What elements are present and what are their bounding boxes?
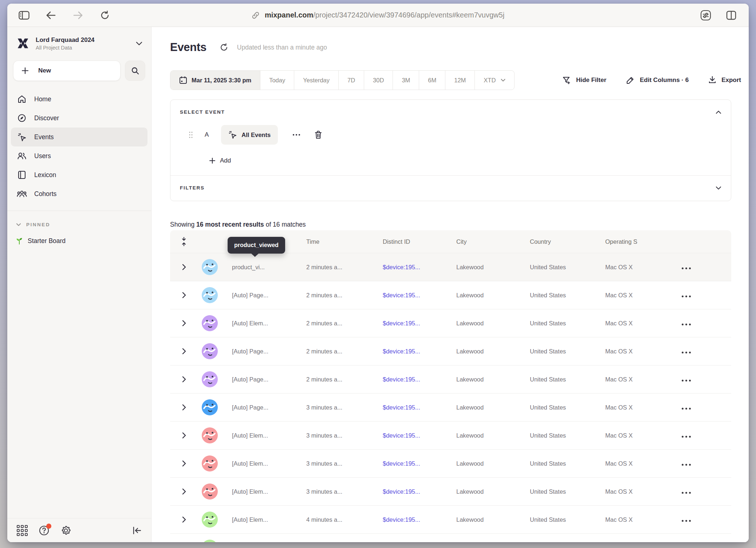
chevron-down-icon[interactable]	[716, 186, 721, 190]
settings-gear-icon[interactable]	[60, 525, 71, 536]
collapse-sidebar-icon[interactable]	[132, 526, 142, 535]
event-name[interactable]: [Auto] Elem...	[222, 460, 296, 467]
event-name[interactable]: [Auto] Elem...	[222, 320, 296, 327]
row-expand-icon[interactable]	[182, 376, 186, 383]
range-12m[interactable]: 12M	[445, 71, 475, 90]
trash-icon[interactable]	[314, 130, 322, 139]
distinct-id-link[interactable]: $device:195...	[373, 348, 446, 355]
table-row[interactable]: [Auto] Page... 2 minutes a... $device:19…	[170, 365, 731, 393]
row-more-button[interactable]	[682, 352, 691, 353]
table-row[interactable]: [Auto] Page... 3 minutes a... $device:19…	[170, 393, 731, 421]
distinct-id-link[interactable]: $device:195...	[373, 264, 446, 271]
distinct-id-link[interactable]: $device:195...	[373, 320, 446, 327]
column-country[interactable]: Country	[520, 238, 595, 245]
table-row[interactable]: [Auto] Elem... 3 minutes a... $device:19…	[170, 477, 731, 505]
event-name[interactable]: product_vi...	[222, 264, 296, 271]
sidebar-item-events[interactable]: Events	[11, 128, 147, 146]
range-yesterday[interactable]: Yesterday	[294, 71, 338, 90]
row-expand-icon[interactable]	[182, 432, 186, 439]
os-value: Mac OS X	[595, 404, 663, 411]
row-expand-icon[interactable]	[182, 460, 186, 467]
workspace-switcher[interactable]: Lord Farquaad 2024 All Project Data	[7, 27, 151, 55]
column-time[interactable]: Time	[296, 238, 373, 245]
export-button[interactable]: Export	[708, 76, 741, 85]
row-expand-icon[interactable]	[182, 320, 186, 326]
event-name[interactable]: [Auto] Elem...	[222, 516, 296, 523]
table-row[interactable]	[170, 533, 731, 542]
date-picker-segment[interactable]: Mar 11, 2025 3:30 pm	[170, 71, 260, 90]
range-3m[interactable]: 3M	[393, 71, 419, 90]
row-more-button[interactable]	[682, 408, 691, 410]
distinct-id-link[interactable]: $device:195...	[373, 404, 446, 411]
search-button[interactable]	[125, 60, 145, 81]
sidebar-item-discover[interactable]: Discover	[11, 109, 147, 128]
event-selector-pill[interactable]: All Events	[221, 125, 278, 145]
event-more-button[interactable]	[292, 134, 300, 136]
sidebar-item-cohorts[interactable]: Cohorts	[11, 184, 147, 203]
table-row[interactable]: product_vi... 2 minutes a... $device:195…	[170, 253, 731, 281]
row-more-button[interactable]	[682, 267, 691, 269]
event-name[interactable]: [Auto] Page...	[222, 404, 296, 411]
collapse-all-icon[interactable]	[170, 237, 198, 246]
distinct-id-link[interactable]: $device:195...	[373, 432, 446, 439]
table-row[interactable]: [Auto] Elem... 2 minutes a... $device:19…	[170, 309, 731, 337]
row-more-button[interactable]	[682, 380, 691, 381]
distinct-id-link[interactable]: $device:195...	[373, 460, 446, 467]
event-name[interactable]: [Auto] Page...	[222, 348, 296, 355]
pinned-section-header[interactable]: PINNED	[16, 222, 142, 227]
table-row[interactable]: [Auto] Page... 2 minutes a... $device:19…	[170, 337, 731, 365]
distinct-id-link[interactable]: $device:195...	[373, 292, 446, 299]
new-button[interactable]: New	[13, 60, 121, 81]
address-bar[interactable]: mixpanel.com/project/3472420/view/397469…	[252, 4, 504, 27]
table-row[interactable]: [Auto] Elem... 4 minutes a... $device:19…	[170, 505, 731, 533]
chevron-up-icon[interactable]	[716, 110, 721, 114]
event-avatar	[202, 315, 222, 331]
row-expand-icon[interactable]	[182, 264, 186, 270]
event-name[interactable]: [Auto] Elem...	[222, 432, 296, 439]
distinct-id-link[interactable]: $device:195...	[373, 376, 446, 383]
column-os[interactable]: Operating S	[595, 238, 663, 245]
edit-columns-button[interactable]: Edit Columns · 6	[626, 76, 689, 85]
row-more-button[interactable]	[682, 520, 691, 522]
row-expand-icon[interactable]	[182, 348, 186, 355]
range-30d[interactable]: 30D	[364, 71, 393, 90]
range-xtd[interactable]: XTD	[475, 71, 514, 90]
reload-button[interactable]	[98, 8, 112, 23]
event-name[interactable]: [Auto] Page...	[222, 376, 296, 383]
sidebar-item-home[interactable]: Home	[11, 90, 147, 109]
row-expand-icon[interactable]	[182, 516, 186, 523]
range-6m[interactable]: 6M	[419, 71, 445, 90]
split-view-icon[interactable]	[724, 8, 739, 23]
row-more-button[interactable]	[682, 492, 691, 494]
row-expand-icon[interactable]	[182, 404, 186, 411]
sidebar-item-users[interactable]: Users	[11, 146, 147, 165]
row-more-button[interactable]	[682, 436, 691, 438]
event-name[interactable]: [Auto] Elem...	[222, 488, 296, 495]
column-distinct-id[interactable]: Distinct ID	[373, 238, 446, 245]
add-event-button[interactable]: Add	[209, 157, 731, 164]
row-more-button[interactable]	[682, 324, 691, 325]
drag-handle-icon[interactable]	[189, 131, 193, 138]
apps-grid-icon[interactable]	[17, 525, 28, 536]
range-7d[interactable]: 7D	[338, 71, 364, 90]
table-row[interactable]: [Auto] Page... 2 minutes a... $device:19…	[170, 281, 731, 309]
row-more-button[interactable]	[682, 295, 691, 297]
table-row[interactable]: [Auto] Elem... 3 minutes a... $device:19…	[170, 421, 731, 449]
help-icon[interactable]	[39, 525, 50, 536]
row-more-button[interactable]	[682, 464, 691, 466]
refresh-icon[interactable]	[220, 43, 228, 52]
pinned-board-starter[interactable]: Starter Board	[15, 237, 142, 245]
distinct-id-link[interactable]: $device:195...	[373, 488, 446, 495]
event-name[interactable]: [Auto] Page...	[222, 292, 296, 299]
row-expand-icon[interactable]	[182, 488, 186, 495]
range-today[interactable]: Today	[260, 71, 294, 90]
distinct-id-link[interactable]: $device:195...	[373, 516, 446, 523]
browser-sidebar-toggle-icon[interactable]	[17, 8, 31, 23]
hide-filter-button[interactable]: Hide Filter	[562, 76, 606, 85]
page-settings-icon[interactable]	[698, 8, 713, 23]
column-city[interactable]: City	[446, 238, 520, 245]
row-expand-icon[interactable]	[182, 292, 186, 298]
table-row[interactable]: [Auto] Elem... 3 minutes a... $device:19…	[170, 449, 731, 477]
back-button[interactable]	[44, 8, 58, 23]
sidebar-item-lexicon[interactable]: Lexicon	[11, 165, 147, 184]
